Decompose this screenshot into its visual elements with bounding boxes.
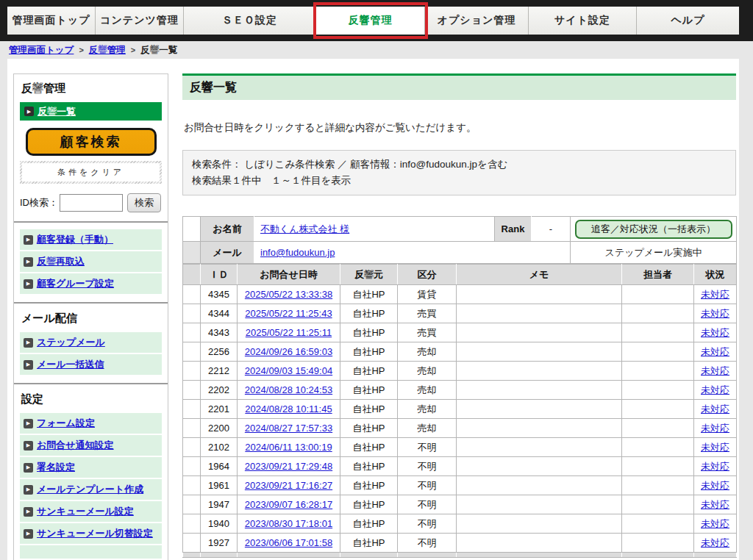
nav-tab[interactable]: 管理画面トップ: [7, 7, 96, 35]
blank-cell: [183, 438, 201, 457]
id-search-input[interactable]: [60, 194, 123, 212]
status-link[interactable]: 未対応: [701, 480, 729, 491]
breadcrumb-item: 反響一覧: [140, 44, 177, 57]
inquiry-date-link[interactable]: 2024/06/11 13:00:19: [245, 442, 332, 453]
status-link[interactable]: 未対応: [701, 537, 729, 548]
sidebar-link[interactable]: メール一括送信: [37, 358, 104, 371]
nav-tab[interactable]: コンテンツ管理: [96, 7, 184, 35]
sidebar-link[interactable]: 顧客グループ設定: [37, 277, 114, 290]
inquiry-date-link[interactable]: 2023/09/21 17:29:48: [245, 461, 332, 472]
status-link[interactable]: 未対応: [701, 499, 729, 510]
sidebar-item-hankyo-ichiran[interactable]: ▶ 反響一覧: [20, 102, 162, 121]
blank-cell: [183, 362, 201, 381]
nav-tab[interactable]: ヘルプ: [637, 7, 739, 35]
nav-tab[interactable]: ＳＥＯ設定: [184, 7, 316, 35]
arrow-right-icon: ▶: [24, 419, 33, 428]
sidebar-link-item[interactable]: ▶ 顧客登録（手動）: [20, 229, 162, 250]
breadcrumb-item[interactable]: 管理画面トップ: [9, 44, 74, 57]
inquiry-date-link[interactable]: 2024/08/28 10:24:53: [245, 384, 332, 395]
inquiry-date-link[interactable]: 2023/08/30 17:18:01: [245, 518, 332, 529]
sidebar-link-item[interactable]: ▶ ステップメール: [20, 332, 162, 353]
inquiry-date-link[interactable]: 2024/09/03 15:49:04: [245, 365, 332, 376]
sidebar-link[interactable]: サンキューメール切替設定: [37, 527, 153, 540]
nav-tab[interactable]: 反響管理: [316, 7, 425, 35]
inquiry-date-link[interactable]: 2024/08/28 10:11:45: [245, 403, 332, 414]
sidebar-link-item[interactable]: ▶ 反響再取込: [20, 251, 162, 272]
nav-tab[interactable]: オプション管理: [425, 7, 529, 35]
type-cell: 不明: [398, 438, 457, 457]
blank-cell: [183, 381, 201, 400]
sidebar-link-item[interactable]: ▶ 署名設定: [20, 457, 162, 478]
status-link[interactable]: 未対応: [701, 423, 729, 434]
blank-cell: [183, 242, 201, 264]
status-link[interactable]: 未対応: [701, 518, 729, 529]
blank-cell: [183, 285, 201, 304]
inquiry-date-link[interactable]: 2023/09/21 17:16:27: [245, 480, 332, 491]
column-header: 担当者: [622, 265, 694, 285]
sidebar-link[interactable]: 反響再取込: [37, 255, 85, 268]
status-link[interactable]: 未対応: [701, 461, 729, 472]
status-link[interactable]: 未対応: [701, 289, 729, 300]
source-cell: 自社HP: [340, 342, 398, 362]
customer-name-row: お名前 不動くん株式会社 様 Rank - 追客／対応状況（一括表示）: [183, 217, 737, 242]
person-cell: [622, 514, 694, 534]
sidebar-link[interactable]: メールテンプレート作成: [37, 483, 143, 496]
sidebar-link[interactable]: フォーム設定: [37, 417, 95, 430]
customer-search-button[interactable]: 顧客検索: [26, 128, 157, 156]
status-link[interactable]: 未対応: [701, 327, 729, 338]
type-cell: 不明: [398, 476, 457, 495]
sidebar-link[interactable]: 署名設定: [37, 461, 75, 474]
id-cell: 2102: [201, 438, 238, 457]
sidebar-title: 反響管理: [20, 80, 162, 102]
arrow-right-icon: ▶: [24, 485, 33, 495]
breadcrumb-item[interactable]: 反響管理: [89, 44, 126, 57]
sidebar-link-item[interactable]: ▶ メール一括送信: [20, 354, 162, 375]
sidebar-spacer: [20, 545, 162, 559]
id-search-button[interactable]: 検索: [127, 193, 161, 212]
sidebar-section-title: メール配信: [20, 310, 162, 332]
sidebar-link[interactable]: サンキューメール設定: [37, 505, 134, 518]
inquiry-date-link[interactable]: 2025/05/22 13:33:38: [245, 289, 332, 300]
inquiry-date-link[interactable]: 2023/09/07 16:28:17: [245, 499, 332, 510]
sidebar-link-item[interactable]: ▶ フォーム設定: [20, 413, 162, 434]
id-cell: 1947: [201, 495, 238, 514]
arrow-right-icon: ▶: [24, 279, 33, 289]
sidebar-link[interactable]: お問合せ通知設定: [37, 439, 114, 452]
status-link[interactable]: 未対応: [701, 346, 729, 357]
inquiry-date-link[interactable]: 2024/09/26 16:59:03: [245, 346, 332, 357]
status-link[interactable]: 未対応: [701, 384, 729, 395]
followup-status-button[interactable]: 追客／対応状況（一括表示）: [575, 220, 732, 239]
customer-mail-link[interactable]: info@fudoukun.jp: [260, 247, 335, 258]
nav-tab[interactable]: サイト設定: [529, 7, 637, 35]
id-cell: 2256: [201, 342, 238, 362]
customer-name-link[interactable]: 不動くん株式会社 様: [260, 223, 349, 234]
content-panel: 反響管理 ▶ 反響一覧 顧客検索 条件をクリア ID検索： 検索 ▶ 顧客登録（…: [7, 59, 739, 560]
status-link[interactable]: 未対応: [701, 308, 729, 319]
inquiry-date-link[interactable]: 2023/06/06 17:01:58: [245, 537, 332, 548]
status-link[interactable]: 未対応: [701, 403, 729, 414]
sidebar-link-item[interactable]: ▶ サンキューメール切替設定: [20, 523, 162, 544]
sidebar-link[interactable]: ステップメール: [37, 336, 105, 349]
person-cell: [622, 457, 694, 476]
sidebar-link-item[interactable]: ▶ 顧客グループ設定: [20, 273, 162, 294]
status-link[interactable]: 未対応: [701, 365, 729, 376]
id-cell: 1940: [201, 514, 238, 534]
table-row: 4344 2025/05/22 11:25:43 自社HP 売買 未対応: [183, 304, 737, 323]
person-cell: [622, 342, 694, 362]
sidebar-link-item[interactable]: ▶ メールテンプレート作成: [20, 479, 162, 500]
inquiry-date-link[interactable]: 2025/05/22 11:25:43: [245, 308, 332, 319]
clear-conditions-button[interactable]: 条件をクリア: [20, 161, 162, 184]
source-cell: 自社HP: [340, 438, 398, 457]
sidebar-link-item[interactable]: ▶ サンキューメール設定: [20, 501, 162, 522]
sidebar-link[interactable]: 顧客登録（手動）: [37, 233, 113, 246]
column-header: ＩＤ: [201, 265, 238, 285]
inquiry-date-link[interactable]: 2024/08/27 17:57:33: [245, 423, 332, 434]
type-cell: 不明: [398, 495, 457, 514]
memo-cell: [457, 362, 622, 381]
sidebar-active-link[interactable]: 反響一覧: [38, 105, 76, 118]
column-header: 状況: [694, 265, 737, 285]
sidebar-link-item[interactable]: ▶ お問合せ通知設定: [20, 435, 162, 456]
status-link[interactable]: 未対応: [701, 442, 729, 453]
breadcrumb: 管理画面トップ>反響管理>反響一覧: [9, 41, 177, 59]
inquiry-date-link[interactable]: 2025/05/22 11:25:11: [246, 327, 332, 338]
